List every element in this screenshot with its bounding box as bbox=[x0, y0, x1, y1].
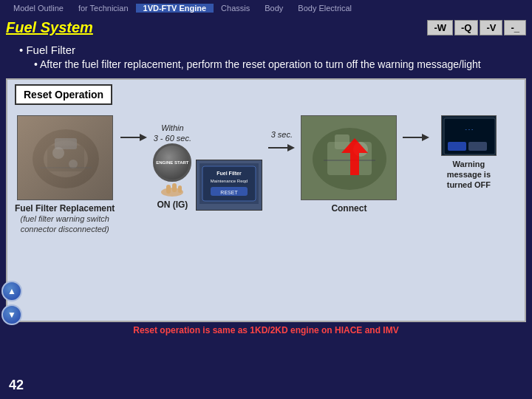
page-title: Fuel System bbox=[6, 19, 93, 36]
connect-image bbox=[301, 115, 397, 200]
side-navigation: ▲ ▼ bbox=[0, 281, 22, 325]
step1-caption-bold: Fuel Filter Replacement bbox=[15, 203, 115, 214]
hand-icon bbox=[157, 182, 187, 197]
svg-rect-13 bbox=[178, 185, 182, 193]
arrow1 bbox=[119, 115, 149, 145]
top-navigation: Model Outline for Technician 1VD-FTV Eng… bbox=[0, 0, 532, 16]
content-area: Fuel Filter After the fuel filter replac… bbox=[0, 39, 532, 75]
arrow3 bbox=[401, 115, 431, 145]
nav-arrow-down[interactable]: ▼ bbox=[1, 304, 22, 325]
nav-arrow-up[interactable]: ▲ bbox=[1, 281, 22, 301]
fuel-maintenance-box: Fuel Filter Maintenance Reqd RESET bbox=[196, 160, 262, 211]
warning-label: Warning message is turned OFF bbox=[435, 159, 502, 191]
time-range-label: 3 - 60 sec. bbox=[154, 134, 191, 143]
main-panel: Reset Operation Fuel Filter Replacemen bbox=[6, 78, 526, 322]
warning-display-image: - - - bbox=[441, 115, 497, 156]
toolbar-btn-w[interactable]: -W bbox=[427, 20, 453, 35]
diagram-row: Fuel Filter Replacement (fuel filter war… bbox=[15, 115, 517, 235]
nav-model-outline[interactable]: Model Outline bbox=[6, 4, 71, 13]
toolbar-buttons: -W -Q -V -_ bbox=[427, 20, 526, 35]
svg-marker-9 bbox=[140, 134, 147, 141]
bullet-sub: After the fuel filter replacement, perfo… bbox=[34, 58, 520, 72]
arrow2: 3 sec. bbox=[267, 115, 296, 155]
svg-rect-12 bbox=[172, 183, 177, 192]
svg-marker-21 bbox=[287, 144, 295, 151]
nav-body[interactable]: Body bbox=[257, 4, 290, 13]
3sec-label: 3 sec. bbox=[271, 130, 293, 139]
on-ig-label: ON (IG) bbox=[157, 200, 188, 210]
step1-caption-italic: (fuel filter warning switch connector di… bbox=[17, 214, 113, 235]
nav-1vd-ftv-engine[interactable]: 1VD-FTV Engine bbox=[136, 4, 214, 13]
nav-chassis[interactable]: Chassis bbox=[214, 4, 257, 13]
reset-operation-box: Reset Operation bbox=[15, 84, 112, 105]
connect-label: Connect bbox=[331, 203, 366, 214]
svg-rect-11 bbox=[166, 185, 171, 194]
svg-text:- - -: - - - bbox=[465, 126, 474, 132]
key-text: ENGINE START bbox=[156, 160, 188, 166]
on-ig-section: Within 3 - 60 sec. ENGINE START ON (IG) bbox=[153, 115, 191, 211]
toolbar-btn-dash[interactable]: -_ bbox=[504, 20, 526, 35]
ignition-key: ENGINE START bbox=[153, 143, 191, 182]
nav-for-technician[interactable]: for Technician bbox=[71, 4, 136, 13]
bullet-main: Fuel Filter bbox=[19, 44, 520, 56]
toolbar-btn-v[interactable]: -V bbox=[480, 20, 502, 35]
svg-text:Maintenance Reqd: Maintenance Reqd bbox=[211, 179, 248, 183]
nav-body-electrical[interactable]: Body Electrical bbox=[290, 4, 359, 13]
bottom-bar: Reset operation is same as 1KD/2KD engin… bbox=[6, 322, 526, 338]
fuel-filter-image bbox=[17, 115, 113, 200]
toolbar-btn-q[interactable]: -Q bbox=[454, 20, 478, 35]
svg-rect-34 bbox=[468, 142, 487, 151]
within-label: Within bbox=[161, 123, 183, 132]
svg-text:Fuel Filter: Fuel Filter bbox=[217, 171, 242, 176]
svg-text:RESET: RESET bbox=[221, 190, 239, 195]
svg-rect-33 bbox=[448, 142, 466, 151]
connect-section: Connect bbox=[301, 115, 397, 214]
warning-section: - - - Warning message is turned OFF bbox=[435, 115, 502, 191]
header-row: Fuel System -W -Q -V -_ bbox=[0, 16, 532, 39]
svg-marker-30 bbox=[422, 134, 429, 141]
page-number: 42 bbox=[9, 378, 24, 393]
bottom-reset-note: Reset operation is same as 1KD/2KD engin… bbox=[12, 325, 520, 335]
